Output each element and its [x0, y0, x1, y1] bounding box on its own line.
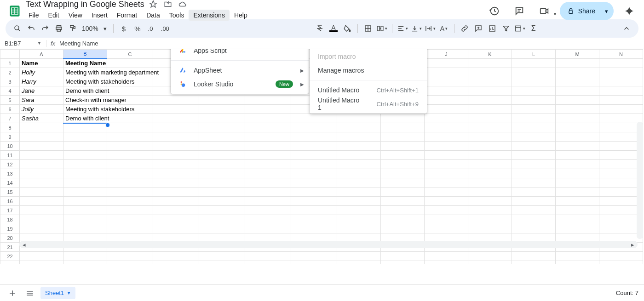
- column-header[interactable]: M: [556, 50, 599, 59]
- cell[interactable]: [468, 86, 512, 96]
- cell[interactable]: [468, 160, 512, 169]
- cell[interactable]: [107, 187, 153, 197]
- cell[interactable]: [512, 114, 556, 123]
- cell[interactable]: [381, 197, 425, 206]
- cell[interactable]: [381, 187, 425, 197]
- strikethrough-icon[interactable]: [314, 23, 325, 34]
- cell[interactable]: [425, 132, 468, 142]
- cell[interactable]: [63, 206, 107, 215]
- redo-icon[interactable]: [40, 23, 51, 34]
- cell[interactable]: [199, 151, 245, 160]
- cell[interactable]: [468, 151, 512, 160]
- cell[interactable]: [337, 132, 381, 142]
- cell[interactable]: [425, 160, 468, 169]
- cell[interactable]: [556, 132, 599, 142]
- cell[interactable]: [20, 160, 63, 169]
- cell[interactable]: [468, 59, 512, 68]
- cell[interactable]: [468, 68, 512, 77]
- share-button[interactable]: Share ▾: [560, 2, 614, 20]
- cell[interactable]: [199, 215, 245, 224]
- cell[interactable]: [199, 160, 245, 169]
- row-header[interactable]: 8: [0, 123, 20, 132]
- formula-value[interactable]: Meeting Name: [59, 40, 98, 47]
- cell[interactable]: Demo with client: [63, 114, 107, 123]
- cell[interactable]: [245, 160, 291, 169]
- cell[interactable]: [337, 151, 381, 160]
- cell[interactable]: [153, 261, 199, 265]
- ext-looker[interactable]: Looker Studio New ▶: [171, 77, 309, 91]
- menu-insert[interactable]: Insert: [87, 10, 112, 21]
- cell[interactable]: [20, 261, 63, 265]
- cell[interactable]: [468, 224, 512, 233]
- cell[interactable]: [381, 178, 425, 187]
- cell[interactable]: [245, 151, 291, 160]
- cell[interactable]: [337, 215, 381, 224]
- cell[interactable]: [291, 224, 337, 233]
- cell[interactable]: [63, 151, 107, 160]
- row-header[interactable]: 22: [0, 252, 20, 261]
- cell[interactable]: [425, 252, 468, 261]
- cell[interactable]: [291, 142, 337, 151]
- meet-icon[interactable]: ▾: [535, 2, 553, 20]
- cell[interactable]: [468, 187, 512, 197]
- cell[interactable]: [199, 169, 245, 178]
- cell[interactable]: [199, 224, 245, 233]
- cell[interactable]: [107, 123, 153, 132]
- row-header[interactable]: 18: [0, 215, 20, 224]
- cell[interactable]: [468, 105, 512, 114]
- cell[interactable]: [468, 215, 512, 224]
- row-header[interactable]: 23: [0, 261, 20, 265]
- cell[interactable]: [199, 178, 245, 187]
- cell[interactable]: [153, 169, 199, 178]
- cell[interactable]: [556, 77, 599, 86]
- cell[interactable]: [512, 96, 556, 105]
- cell[interactable]: Holly: [20, 68, 63, 77]
- filter-icon[interactable]: [500, 23, 512, 34]
- cell[interactable]: [199, 132, 245, 142]
- cell[interactable]: [556, 96, 599, 105]
- cell[interactable]: [512, 169, 556, 178]
- cell[interactable]: [63, 160, 107, 169]
- cell[interactable]: [556, 68, 599, 77]
- cell[interactable]: [599, 252, 643, 261]
- cell[interactable]: [337, 114, 381, 123]
- scroll-thumb[interactable]: [150, 242, 509, 247]
- cell[interactable]: [556, 105, 599, 114]
- cell[interactable]: [20, 206, 63, 215]
- row-header[interactable]: 2: [0, 68, 20, 77]
- h-align-icon[interactable]: ▾: [397, 23, 408, 34]
- cell[interactable]: [107, 206, 153, 215]
- cell[interactable]: [20, 123, 63, 132]
- cell[interactable]: [468, 77, 512, 86]
- cell[interactable]: [512, 252, 556, 261]
- increase-decimal-icon[interactable]: .00: [160, 23, 171, 34]
- cell[interactable]: [512, 197, 556, 206]
- cell[interactable]: [199, 114, 245, 123]
- cell[interactable]: [512, 123, 556, 132]
- row-header[interactable]: 21: [0, 243, 20, 252]
- cell[interactable]: [291, 151, 337, 160]
- cell[interactable]: [512, 187, 556, 197]
- table-views-icon[interactable]: ▾: [514, 23, 525, 34]
- cell[interactable]: [599, 96, 643, 105]
- row-header[interactable]: 15: [0, 187, 20, 197]
- cell[interactable]: [468, 252, 512, 261]
- cell[interactable]: [512, 178, 556, 187]
- all-sheets-button[interactable]: [23, 286, 37, 300]
- cell[interactable]: [291, 123, 337, 132]
- row-header[interactable]: 5: [0, 96, 20, 105]
- cell[interactable]: [199, 261, 245, 265]
- cell[interactable]: [63, 132, 107, 142]
- cell[interactable]: [107, 224, 153, 233]
- cell[interactable]: [153, 151, 199, 160]
- cell[interactable]: [63, 123, 107, 132]
- cell[interactable]: [63, 252, 107, 261]
- cell[interactable]: [468, 123, 512, 132]
- insert-chart-icon[interactable]: [487, 23, 498, 34]
- cell[interactable]: [63, 169, 107, 178]
- cell[interactable]: [245, 114, 291, 123]
- macro-item-1[interactable]: Untitled Macro Ctrl+Alt+Shift+1: [310, 83, 427, 97]
- cell[interactable]: [556, 215, 599, 224]
- document-title[interactable]: Text Wrapping in Google Sheets: [26, 0, 144, 9]
- cell[interactable]: [425, 178, 468, 187]
